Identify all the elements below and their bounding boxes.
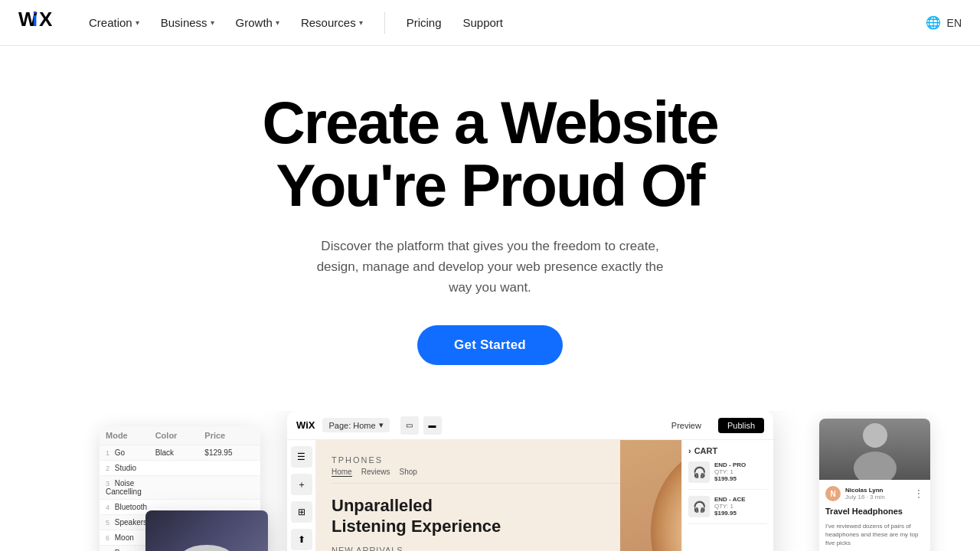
nav-resources[interactable]: Resources ▾ [292, 11, 372, 34]
blog-more-button[interactable]: ⋮ [913, 487, 924, 500]
store-nav-shop[interactable]: Shop [399, 468, 416, 477]
get-started-button[interactable]: Get Started [417, 325, 563, 365]
cart-item: 🎧 END - ACE QTY: 1 $199.95 [688, 496, 767, 524]
chevron-down-icon: ▾ [136, 18, 139, 27]
cart-item-info: END - PRO QTY: 1 $199.95 [714, 461, 746, 483]
blog-author-name: Nicolas Lynn [845, 487, 885, 494]
wix-svg-logo: W i X [18, 9, 55, 31]
editor-logo: WiX [296, 419, 315, 431]
store-nav-home[interactable]: Home [332, 468, 352, 477]
logo[interactable]: W i X [18, 9, 55, 36]
chevron-down-icon: ▾ [359, 18, 363, 27]
preview-button[interactable]: Preview [662, 418, 710, 433]
nav-growth[interactable]: Growth ▾ [227, 11, 289, 34]
wix-wordmark: W i X [18, 11, 55, 35]
globe-icon: 🌐 [926, 15, 941, 30]
cart-item-image: 🎧 [688, 461, 710, 483]
headphone-svg [161, 533, 253, 551]
cart-title: › CART [688, 446, 767, 455]
page-selector[interactable]: Page: Home ▾ [322, 418, 389, 432]
hero-section: Create a Website You're Proud Of Discove… [0, 46, 980, 396]
publish-button[interactable]: Publish [718, 418, 764, 433]
editor-icons: ▭ ▬ [400, 416, 442, 435]
headphone-preview-card: ⊙ ✎ ↺ [145, 510, 268, 551]
navbar: W i X Creation ▾ Business ▾ Growth ▾ Res… [0, 0, 980, 46]
headphone-image [145, 510, 268, 551]
editor-icon-mobile[interactable]: ▬ [423, 416, 442, 435]
nav-right: 🌐 EN [926, 15, 962, 30]
blog-image [819, 419, 930, 480]
nav-support[interactable]: Support [454, 11, 513, 34]
blog-date: July 16 · 3 min [845, 494, 885, 500]
sidebar-tool-media[interactable]: ⬆ [291, 529, 312, 550]
chevron-down-icon: ▾ [276, 18, 279, 27]
nav-divider [384, 12, 385, 34]
chevron-down-icon: ▾ [379, 420, 384, 430]
editor-icon-desktop[interactable]: ▭ [400, 416, 419, 435]
blog-person-image [819, 419, 930, 480]
nav-business[interactable]: Business ▾ [152, 11, 224, 34]
blog-author-info: Nicolas Lynn July 16 · 3 min [845, 487, 885, 500]
blog-avatar: N [825, 486, 841, 501]
preview-section: Mode Color Price 1 Go Black $129.95 2 St… [0, 411, 980, 551]
cart-item-image: 🎧 [688, 496, 710, 517]
table-row: 3 Noise Cancelling [100, 476, 260, 500]
blog-post-excerpt: I've reviewed dozens of pairs of headpho… [825, 522, 924, 548]
table-row: 2 Studio [100, 461, 260, 476]
person-silhouette-svg [848, 419, 902, 480]
sidebar-tool-add[interactable]: ＋ [291, 474, 312, 495]
svg-text:X: X [39, 9, 53, 31]
nav-pricing[interactable]: Pricing [397, 11, 451, 34]
sidebar-tool-pages[interactable]: ☰ [291, 446, 312, 468]
blog-post-title: Travel Headphones [825, 506, 924, 517]
editor-sidebar: ☰ ＋ ⊞ ⬆ 🗄 [287, 440, 316, 551]
editor-card: WiX Page: Home ▾ ▭ ▬ Preview Publish ☰ ＋… [287, 411, 773, 551]
chevron-down-icon: ▾ [211, 18, 214, 27]
blog-content: N Nicolas Lynn July 16 · 3 min ⋮ Travel … [819, 480, 930, 551]
svg-point-6 [854, 452, 897, 480]
cart-item-info: END - ACE QTY: 1 $199.95 [714, 496, 746, 517]
table-row: 1 Go Black $129.95 [100, 445, 260, 461]
table-header: Mode Color Price [100, 426, 260, 445]
editor-topbar: WiX Page: Home ▾ ▭ ▬ Preview Publish [287, 411, 773, 440]
cart-chevron-icon: › [688, 446, 691, 455]
sidebar-tool-layers[interactable]: ⊞ [291, 501, 312, 523]
cart-panel: › CART 🎧 END - PRO QTY: 1 $199.95 🎧 END … [681, 440, 773, 551]
locale-label[interactable]: EN [947, 17, 962, 29]
nav-creation[interactable]: Creation ▾ [80, 11, 149, 34]
hero-title: Create a Website You're Proud Of [222, 92, 758, 217]
cart-item: 🎧 END - PRO QTY: 1 $199.95 [688, 461, 767, 490]
svg-text:i: i [32, 9, 37, 31]
store-nav-reviews[interactable]: Reviews [361, 468, 390, 477]
nav-links: Creation ▾ Business ▾ Growth ▾ Resources… [80, 11, 512, 34]
hero-subtitle: Discover the platform that gives you the… [306, 236, 674, 298]
blog-author-row: N Nicolas Lynn July 16 · 3 min ⋮ [825, 486, 924, 501]
svg-point-5 [863, 423, 887, 448]
editor-content: TPHONES Home Reviews Shop Unparalleled L… [316, 440, 773, 551]
blog-card: N Nicolas Lynn July 16 · 3 min ⋮ Travel … [819, 419, 930, 551]
